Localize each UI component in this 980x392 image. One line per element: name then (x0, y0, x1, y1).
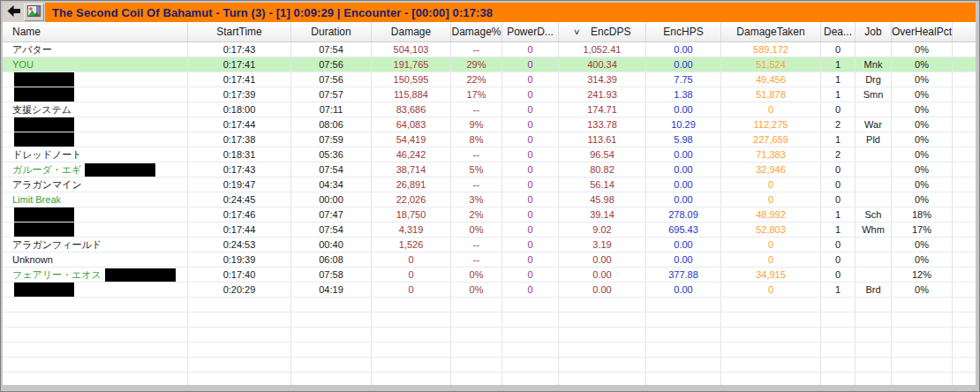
column-header-dmg[interactable]: Damage (372, 22, 451, 41)
cell-name (3, 207, 188, 222)
cell-dmg (372, 313, 451, 327)
cell-pwr: 0 (502, 207, 559, 222)
cell-start (188, 313, 291, 327)
cell-name (3, 358, 188, 372)
graph-view-button[interactable] (24, 4, 44, 21)
act-window: The Second Coil Of Bahamut - Turn (3) - … (0, 0, 980, 392)
cell-start: 0:17:41 (188, 72, 291, 87)
cell-dmg (372, 373, 451, 385)
table-row[interactable]: アバター0:17:4307:54504,103--01,052.410.0058… (3, 42, 976, 57)
cell-pwr: 0 (502, 117, 559, 132)
cell-pwr: 0 (502, 147, 559, 162)
table-row[interactable]: 0:17:4408:0664,0839%0133.7810.29112,2752… (3, 117, 976, 132)
cell-oh (892, 373, 953, 385)
column-header-dur[interactable]: Duration (291, 22, 372, 41)
combatant-name: フェアリー・エオス (12, 268, 102, 282)
cell-oh: 0% (892, 87, 953, 102)
column-label: StartTime (216, 26, 262, 38)
cell-oh: 0% (892, 102, 953, 117)
table-row[interactable]: 0:17:4607:4718,7502%039.14278.0948,9921S… (3, 207, 976, 222)
cell-name: ガルーダ・エギ (3, 162, 188, 177)
cell-job (856, 373, 892, 385)
cell-pct: 29% (451, 57, 502, 72)
cell-d: 1 (821, 207, 856, 222)
cell-hps: 695.43 (646, 222, 721, 237)
table-row[interactable]: 0:17:3907:57115,88417%0241.931.3851,8781… (3, 87, 976, 102)
combatant-name: Limit Break (12, 194, 61, 205)
column-header-pct[interactable]: Damage% (451, 22, 502, 41)
cell-name: ドレッドノート (3, 147, 188, 162)
table-row[interactable]: 0:17:4107:56150,59522%0314.397.7549,4561… (3, 72, 976, 87)
empty-row (3, 343, 976, 358)
cell-dur: 07:54 (291, 162, 372, 177)
table-row[interactable]: フェアリー・エオス0:17:4007:5800%00.00377.8834,91… (3, 268, 976, 283)
cell-d (821, 313, 856, 327)
column-label: OverHealPct (892, 26, 952, 38)
column-header-name[interactable]: Name (3, 22, 188, 41)
cell-pwr: 0 (502, 268, 559, 282)
cell-pwr: 0 (502, 283, 559, 297)
table-body: アバター0:17:4307:54504,103--01,052.410.0058… (3, 42, 976, 385)
cell-oh: 0% (892, 42, 953, 57)
table-row[interactable]: アラガンマイン0:19:4704:3426,891--056.140.00000… (3, 177, 976, 192)
column-header-pwr[interactable]: PowerD... (502, 22, 559, 41)
cell-oh: 0% (892, 72, 953, 87)
cell-job: War (856, 117, 892, 132)
table-row[interactable]: アラガンフィールド0:24:5300:401,526--03.190.00000… (3, 237, 976, 253)
cell-pwr: 0 (502, 102, 559, 117)
cell-hps (646, 358, 721, 372)
cell-taken: 49,456 (721, 72, 821, 87)
cell-taken (721, 358, 821, 372)
table-row[interactable]: 0:17:3807:5954,4198%0113.615.98227,6591P… (3, 132, 976, 147)
column-header-oh[interactable]: OverHealPct (892, 22, 953, 41)
back-button[interactable] (3, 3, 24, 22)
cell-job (856, 237, 892, 252)
table-row[interactable]: 0:17:4407:544,3190%09.02695.4352,8031Whm… (3, 222, 976, 237)
cell-taken (721, 298, 821, 312)
cell-name (3, 328, 188, 342)
table-row[interactable]: Limit Break0:24:4500:0022,0263%045.980.0… (3, 192, 976, 207)
table-row[interactable]: 支援システム0:18:0007:1183,686--0174.710.00000… (3, 102, 976, 117)
column-label: Dea... (824, 26, 852, 38)
table-row[interactable]: ガルーダ・エギ0:17:4307:5438,7145%080.820.0032,… (3, 162, 976, 177)
column-header-job[interactable]: Job (856, 22, 892, 41)
empty-row (3, 373, 976, 385)
table-row[interactable]: 0:20:2904:1900%00.000.0001Brd0% (3, 283, 976, 298)
cell-hps: 0.00 (646, 102, 721, 117)
cell-d: 0 (821, 253, 856, 267)
cell-taken: 0 (721, 102, 821, 117)
table-row[interactable]: Unknown0:19:3906:080--00.000.00000% (3, 253, 976, 268)
empty-row (3, 298, 976, 313)
cell-pct: -- (451, 177, 502, 192)
cell-hps: 0.00 (646, 162, 721, 177)
censored-name-box (14, 222, 74, 237)
column-header-hps[interactable]: EncHPS (646, 22, 721, 41)
column-header-taken[interactable]: DamageTaken (721, 22, 821, 41)
cell-d: 1 (821, 57, 856, 72)
censored-name-box (14, 283, 74, 297)
cell-taken: 0 (721, 253, 821, 267)
cell-oh: 0% (892, 177, 953, 192)
column-label: DamageTaken (736, 26, 804, 38)
cell-name (3, 222, 188, 237)
cell-dmg: 0 (372, 268, 451, 282)
cell-d: 2 (821, 147, 856, 162)
cell-d: 0 (821, 268, 856, 282)
combatant-name: アラガンフィールド (12, 238, 102, 252)
column-header-d[interactable]: Dea... (821, 22, 856, 41)
cell-hps (646, 373, 721, 385)
cell-taken: 71,383 (721, 147, 821, 162)
cell-filler (953, 222, 976, 237)
table-row[interactable]: ドレッドノート0:18:3105:3646,242--096.540.0071,… (3, 147, 976, 162)
cell-dmg: 150,595 (372, 72, 451, 87)
cell-start: 0:17:38 (188, 132, 291, 147)
column-header-dps[interactable]: ∨EncDPS (559, 22, 646, 41)
cell-pct: 5% (451, 162, 502, 177)
table-row[interactable]: YOU0:17:4107:56191,76529%0400.340.0051,5… (3, 57, 976, 72)
cell-name: フェアリー・エオス (3, 268, 188, 282)
combatant-name: アラガンマイン (12, 178, 82, 192)
cell-d: 1 (821, 72, 856, 87)
cell-dmg (372, 358, 451, 372)
column-header-start[interactable]: StartTime (188, 22, 291, 41)
cell-dmg: 0 (372, 253, 451, 267)
